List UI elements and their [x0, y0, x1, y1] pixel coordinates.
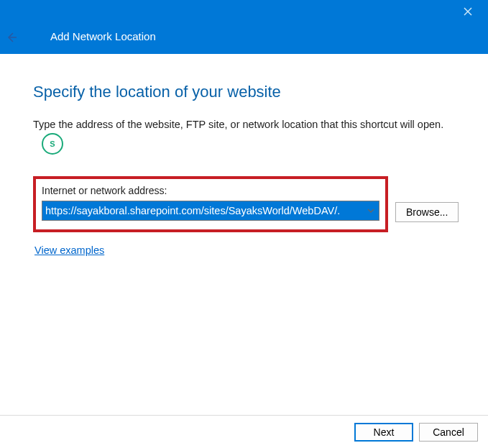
address-input[interactable]	[42, 201, 379, 220]
wizard-content: Specify the location of your website Typ…	[0, 54, 488, 257]
back-arrow-icon	[6, 32, 17, 43]
address-highlight-box: Internet or network address:	[33, 176, 388, 232]
watermark-logo: S	[42, 133, 63, 155]
instruction-text: Type the address of the website, FTP sit…	[33, 119, 455, 130]
page-heading: Specify the location of your website	[33, 83, 455, 101]
address-label: Internet or network address:	[42, 185, 379, 196]
cancel-button[interactable]: Cancel	[419, 423, 478, 442]
titlebar: Add Network Location	[0, 0, 488, 54]
browse-button[interactable]: Browse...	[395, 202, 459, 222]
next-button[interactable]: Next	[354, 423, 413, 442]
address-combo[interactable]	[42, 201, 379, 221]
back-button[interactable]	[4, 30, 19, 45]
footer: Next Cancel	[0, 415, 488, 448]
close-icon	[464, 7, 472, 16]
view-examples-link[interactable]: View examples	[34, 244, 104, 256]
close-button[interactable]	[458, 4, 478, 19]
window-title: Add Network Location	[50, 30, 156, 42]
